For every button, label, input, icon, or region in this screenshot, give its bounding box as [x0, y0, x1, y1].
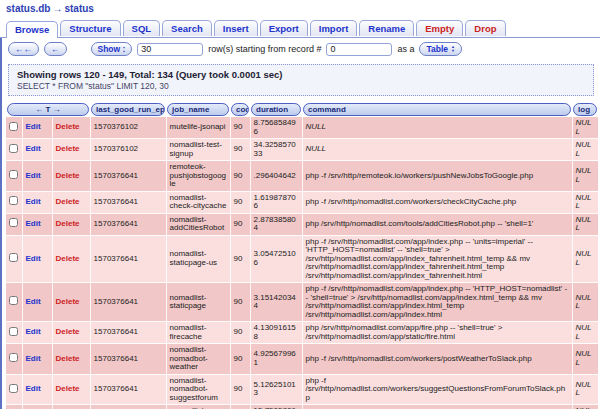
delete-link[interactable]: Delete: [56, 354, 80, 363]
cell-log: NULL: [572, 117, 598, 139]
column-header-log[interactable]: log: [573, 103, 597, 116]
column-header-code[interactable]: code: [231, 103, 249, 116]
cell-duration: 2.878385804: [250, 213, 302, 235]
cell-command: php -f /srv/http/nomadlist.com/workers/p…: [302, 344, 572, 375]
row-checkbox[interactable]: [9, 170, 18, 179]
cell-last-good-run-epoch: 1570376641: [90, 374, 166, 405]
nav-first-button[interactable]: ←←: [8, 42, 39, 56]
row-checkbox[interactable]: [9, 122, 18, 131]
row-checkbox[interactable]: [9, 253, 18, 262]
row-checkbox[interactable]: [9, 327, 18, 336]
main-frame: ←← ← Show : row(s) starting from record …: [0, 38, 600, 409]
cell-code: 90: [230, 161, 250, 192]
tab-sql[interactable]: SQL: [123, 20, 161, 36]
tab-export[interactable]: Export: [260, 20, 308, 36]
show-button[interactable]: Show :: [91, 42, 133, 56]
edit-link[interactable]: Edit: [26, 384, 41, 393]
cell-log: NULL: [572, 191, 598, 213]
table-row: Edit Delete 1570376641 nomadlist-staticp…: [6, 283, 598, 322]
tab-drop[interactable]: Drop: [465, 20, 505, 36]
row-checkbox[interactable]: [9, 384, 18, 393]
start-record-input[interactable]: [326, 43, 392, 56]
cell-command: php /srv/http/nomadlist.com/app/fire.php…: [302, 322, 572, 344]
cell-command: php -f /srv/http/remoteok.io/workers/pus…: [302, 161, 572, 192]
edit-link[interactable]: Edit: [26, 122, 41, 131]
tab-import[interactable]: Import: [310, 20, 358, 36]
row-checkbox[interactable]: [9, 353, 18, 362]
cell-duration: 3.151420344: [250, 283, 302, 322]
row-checkbox[interactable]: [9, 196, 18, 205]
edit-link[interactable]: Edit: [26, 171, 41, 180]
edit-link[interactable]: Edit: [26, 197, 41, 206]
nav-prev-button[interactable]: ←: [44, 42, 67, 56]
breadcrumb-db-link[interactable]: status.db: [6, 3, 50, 14]
cell-log: NULL: [572, 161, 598, 192]
column-header-last-good-run-epoch[interactable]: last_good_run_epoch: [91, 103, 165, 116]
cell-last-good-run-epoch: 1570376102: [90, 139, 166, 161]
table-body: Edit Delete 1570376102 mutelife-jsonapi …: [6, 117, 598, 409]
tab-bar: BrowseStructureSQLSearchInsertExportImpo…: [0, 16, 600, 38]
cell-command: php -f /srv/http/nomadlist.com/app/index…: [302, 235, 572, 283]
cell-job-name: nomadlist-nomadbot-weather: [166, 344, 230, 375]
cell-command: php -f /srv/http/nomadlist.com/workers/r…: [302, 405, 572, 409]
cell-log: NULL: [572, 235, 598, 283]
edit-link[interactable]: Edit: [26, 297, 41, 306]
tab-structure[interactable]: Structure: [60, 20, 120, 36]
query-result-box: Showing rows 120 - 149, Total: 134 (Quer…: [8, 64, 594, 96]
cell-code: 90: [230, 191, 250, 213]
cell-log: NULL: [572, 213, 598, 235]
cell-duration: 15.750580697: [250, 405, 302, 409]
row-checkbox[interactable]: [9, 218, 18, 227]
cell-duration: 1.619878706: [250, 191, 302, 213]
cell-command: NULL: [302, 139, 572, 161]
table-row: Edit Delete 1570376641 nomadlist-firecac…: [6, 322, 598, 344]
edit-link[interactable]: Edit: [26, 144, 41, 153]
tab-rename[interactable]: Rename: [359, 20, 414, 36]
cell-job-name: nomadlist-addCitiesRobot: [166, 213, 230, 235]
delete-link[interactable]: Delete: [56, 171, 80, 180]
delete-link[interactable]: Delete: [56, 384, 80, 393]
cell-last-good-run-epoch: 1570376641: [90, 283, 166, 322]
action-column-header[interactable]: ← T →: [7, 103, 89, 116]
cell-command: php -f /srv/http/nomadlist.com/workers/s…: [302, 374, 572, 405]
table-row: Edit Delete 1570376641 nomadlist-staticp…: [6, 235, 598, 283]
view-mode-select[interactable]: Table ▲▼: [419, 42, 462, 56]
tab-search[interactable]: Search: [162, 20, 212, 36]
delete-link[interactable]: Delete: [56, 144, 80, 153]
delete-link[interactable]: Delete: [56, 219, 80, 228]
query-summary: Showing rows 120 - 149, Total: 134 (Quer…: [17, 69, 585, 80]
delete-link[interactable]: Delete: [56, 197, 80, 206]
column-header-job-name[interactable]: job_name: [167, 103, 229, 116]
cell-job-name: nomadlist-test-signup: [166, 139, 230, 161]
delete-link[interactable]: Delete: [56, 254, 80, 263]
cell-log: NULL: [572, 139, 598, 161]
cell-last-good-run-epoch: 1570376641: [90, 322, 166, 344]
cell-command: NULL: [302, 117, 572, 139]
cell-duration: 4.925679961: [250, 344, 302, 375]
delete-link[interactable]: Delete: [56, 297, 80, 306]
cell-duration: 3.054725106: [250, 235, 302, 283]
table-header-row: ← T → last_good_run_epoch job_name code …: [6, 102, 598, 117]
cell-last-good-run-epoch: 1570376641: [90, 191, 166, 213]
delete-link[interactable]: Delete: [56, 122, 80, 131]
row-checkbox[interactable]: [9, 296, 18, 305]
num-rows-input[interactable]: [137, 43, 203, 56]
delete-link[interactable]: Delete: [56, 327, 80, 336]
breadcrumb-table-link[interactable]: status: [64, 3, 93, 14]
pagination-controls: ←← ← Show : row(s) starting from record …: [2, 38, 600, 59]
column-header-command[interactable]: command: [303, 103, 571, 116]
tab-insert[interactable]: Insert: [214, 20, 258, 36]
cell-code: 90: [230, 117, 250, 139]
tab-empty[interactable]: Empty: [416, 20, 463, 36]
edit-link[interactable]: Edit: [26, 254, 41, 263]
edit-link[interactable]: Edit: [26, 327, 41, 336]
cell-job-name: nomadlist-check-citycache: [166, 191, 230, 213]
edit-link[interactable]: Edit: [26, 219, 41, 228]
column-header-duration[interactable]: duration: [251, 103, 301, 116]
row-checkbox[interactable]: [9, 144, 18, 153]
table-row: Edit Delete 1570376102 mutelife-jsonapi …: [6, 117, 598, 139]
tab-browse[interactable]: Browse: [6, 21, 58, 38]
view-mode-value: Table: [426, 44, 448, 54]
edit-link[interactable]: Edit: [26, 354, 41, 363]
cell-log: NULL: [572, 322, 598, 344]
